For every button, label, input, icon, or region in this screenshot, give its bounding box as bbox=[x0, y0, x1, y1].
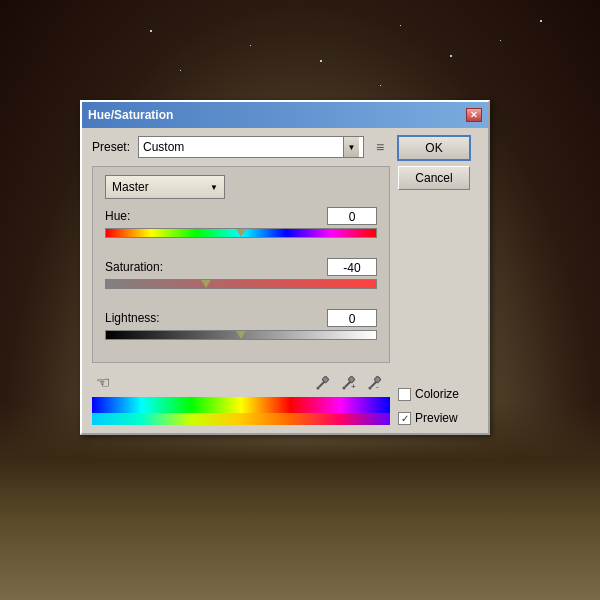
hue-reference-bar bbox=[92, 397, 390, 413]
preset-menu-icon[interactable]: ≡ bbox=[370, 137, 390, 157]
hue-thumb[interactable] bbox=[236, 229, 246, 241]
saturation-label-row: Saturation: -40 bbox=[105, 258, 377, 276]
eyedropper-button[interactable] bbox=[312, 371, 334, 393]
hue-track-container[interactable] bbox=[105, 228, 377, 248]
eyedropper-subtract-button[interactable]: - bbox=[364, 371, 386, 393]
star bbox=[380, 85, 381, 86]
channel-arrow: ▼ bbox=[210, 183, 218, 192]
close-button[interactable]: ✕ bbox=[466, 108, 482, 122]
hue-label-row: Hue: 0 bbox=[105, 207, 377, 225]
preset-dropdown-arrow[interactable]: ▼ bbox=[343, 137, 359, 157]
eyedropper-add-icon: + bbox=[342, 374, 356, 390]
saturation-track-container[interactable] bbox=[105, 279, 377, 299]
adjusted-color-bar bbox=[92, 413, 390, 425]
lightness-label-row: Lightness: 0 bbox=[105, 309, 377, 327]
lightness-value[interactable]: 0 bbox=[327, 309, 377, 327]
ok-button[interactable]: OK bbox=[398, 136, 470, 160]
svg-text:+: + bbox=[351, 382, 356, 390]
star bbox=[500, 40, 501, 41]
svg-point-2 bbox=[317, 387, 320, 390]
channel-value: Master bbox=[112, 180, 149, 194]
lightness-thumb[interactable] bbox=[236, 331, 246, 343]
star bbox=[180, 70, 181, 71]
eyedropper-icon bbox=[316, 374, 330, 390]
channel-row: Master ▼ bbox=[105, 175, 377, 199]
bottom-toolbar: ☜ bbox=[92, 369, 390, 395]
colorize-checkbox[interactable] bbox=[398, 388, 411, 401]
side-panel: OK Cancel Colorize ✓ Preview bbox=[398, 136, 478, 425]
dialog-body: Preset: Custom ▼ ≡ Master ▼ bbox=[82, 128, 488, 433]
saturation-label: Saturation: bbox=[105, 260, 163, 274]
hue-saturation-dialog: Hue/Saturation ✕ Preset: Custom ▼ ≡ bbox=[80, 100, 490, 435]
star bbox=[150, 30, 152, 32]
eyedropper-subtract-icon: - bbox=[368, 374, 382, 390]
cancel-button[interactable]: Cancel bbox=[398, 166, 470, 190]
saturation-track bbox=[105, 279, 377, 289]
preset-select[interactable]: Custom ▼ bbox=[138, 136, 364, 158]
hue-row: Hue: 0 bbox=[105, 207, 377, 248]
star bbox=[540, 20, 542, 22]
star bbox=[400, 25, 401, 26]
saturation-value[interactable]: -40 bbox=[327, 258, 377, 276]
star bbox=[320, 60, 322, 62]
svg-text:-: - bbox=[376, 382, 379, 390]
hue-label: Hue: bbox=[105, 209, 130, 223]
saturation-row: Saturation: -40 bbox=[105, 258, 377, 299]
star bbox=[450, 55, 452, 57]
hue-value[interactable]: 0 bbox=[327, 207, 377, 225]
hand-tool-button[interactable]: ☜ bbox=[96, 373, 110, 392]
eyedropper-add-button[interactable]: + bbox=[338, 371, 360, 393]
lightness-label: Lightness: bbox=[105, 311, 160, 325]
star bbox=[250, 45, 251, 46]
color-bars-section bbox=[92, 397, 390, 425]
svg-point-5 bbox=[343, 387, 346, 390]
preview-label: Preview bbox=[415, 411, 458, 425]
dialog-title: Hue/Saturation bbox=[88, 108, 173, 122]
lightness-track-container[interactable] bbox=[105, 330, 377, 350]
colorize-label: Colorize bbox=[415, 387, 459, 401]
title-bar: Hue/Saturation ✕ bbox=[82, 102, 488, 128]
svg-point-9 bbox=[369, 387, 372, 390]
lightness-row: Lightness: 0 bbox=[105, 309, 377, 350]
preset-row: Preset: Custom ▼ ≡ bbox=[92, 136, 390, 158]
preview-checkbox[interactable]: ✓ bbox=[398, 412, 411, 425]
colorize-row: Colorize bbox=[398, 387, 478, 401]
preset-label: Preset: bbox=[92, 140, 132, 154]
channel-select[interactable]: Master ▼ bbox=[105, 175, 225, 199]
preview-row: ✓ Preview bbox=[398, 411, 478, 425]
sliders-box: Master ▼ Hue: 0 bbox=[92, 166, 390, 363]
saturation-thumb[interactable] bbox=[201, 280, 211, 292]
eyedropper-group: + - bbox=[312, 371, 386, 393]
preset-value: Custom bbox=[143, 140, 343, 154]
dialog-overlay: Hue/Saturation ✕ Preset: Custom ▼ ≡ bbox=[80, 100, 490, 435]
main-panel: Preset: Custom ▼ ≡ Master ▼ bbox=[92, 136, 390, 425]
